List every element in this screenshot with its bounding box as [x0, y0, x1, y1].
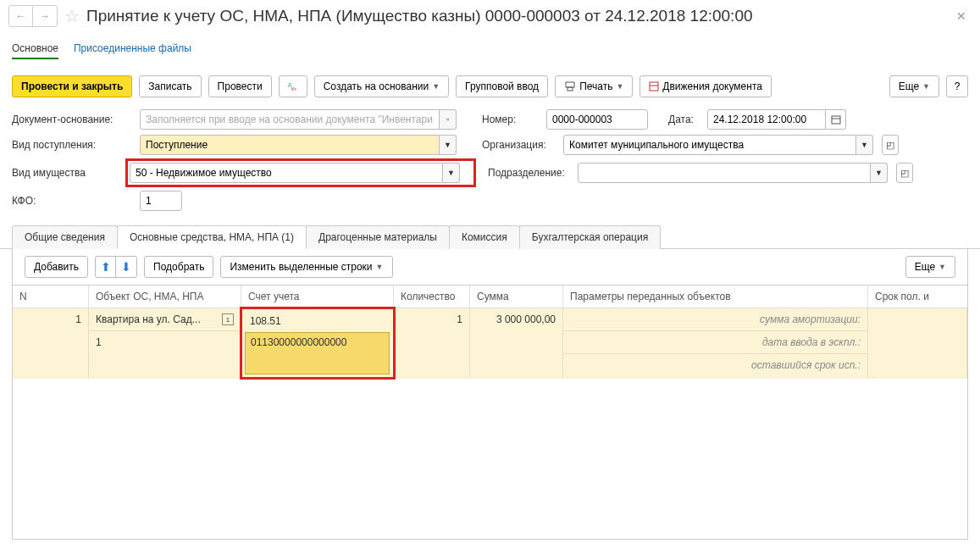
cell-params[interactable]: сумма амортизации: дата ввода в эскпл.: …	[563, 308, 868, 378]
doc-basis-label: Документ-основание:	[12, 114, 135, 125]
print-button[interactable]: Печать▼	[555, 75, 633, 97]
tab-precious[interactable]: Драгоценные материалы	[306, 225, 450, 249]
col-header-params[interactable]: Параметры переданных объектов	[563, 286, 868, 308]
svg-rect-3	[568, 87, 573, 91]
cell-term[interactable]	[868, 308, 967, 378]
move-up-button[interactable]: ⬆	[96, 257, 116, 277]
nav-tab-main[interactable]: Основное	[12, 39, 58, 59]
org-input[interactable]	[563, 135, 856, 155]
col-header-qty[interactable]: Количество	[394, 286, 470, 308]
move-down-button[interactable]: ⬇	[116, 257, 136, 277]
help-button[interactable]: ?	[946, 75, 968, 97]
division-open-button[interactable]: ◰	[896, 163, 913, 183]
tab-accounting[interactable]: Бухгалтерская операция	[519, 225, 661, 249]
cell-acct[interactable]: 108.51	[245, 312, 390, 330]
org-label: Организация:	[482, 139, 558, 151]
receipt-type-dropdown-button[interactable]: ▼	[440, 135, 457, 155]
assets-grid: N Объект ОС, НМА, НПА Счет учета Количес…	[12, 286, 968, 540]
cell-qty[interactable]: 1	[394, 308, 470, 378]
favorite-star-icon[interactable]: ☆	[64, 6, 80, 26]
movements-button[interactable]: Движения документа	[639, 75, 772, 97]
receipt-type-input[interactable]	[140, 135, 440, 155]
receipt-type-label: Вид поступления:	[12, 139, 135, 151]
pick-button[interactable]: Подобрать	[144, 256, 213, 278]
close-icon[interactable]: ✕	[951, 9, 972, 23]
table-row[interactable]: 1 Квартира на ул. Сад... 1 1 108.51 0113…	[13, 308, 967, 379]
cell-obj[interactable]: Квартира на ул. Сад... 1 1	[89, 308, 241, 378]
svg-rect-2	[566, 82, 574, 87]
doc-basis-select-button[interactable]: ▫	[440, 109, 457, 130]
nav-history[interactable]: ← →	[8, 5, 58, 27]
kfo-input[interactable]	[140, 191, 182, 211]
group-input-button[interactable]: Групповой ввод	[456, 75, 548, 97]
number-input[interactable]	[546, 109, 648, 130]
svg-text:Кт: Кт	[291, 86, 296, 91]
tab-commission[interactable]: Комиссия	[449, 225, 520, 249]
date-label: Дата:	[668, 114, 702, 125]
property-type-input[interactable]	[130, 163, 443, 183]
nav-forward-button[interactable]: →	[33, 6, 57, 26]
nav-back-button[interactable]: ←	[9, 6, 33, 26]
date-input[interactable]	[707, 109, 826, 130]
post-button[interactable]: Провести	[208, 75, 272, 97]
cell-sum[interactable]: 3 000 000,00	[470, 308, 563, 378]
doc-basis-input[interactable]	[140, 109, 440, 130]
col-header-acct[interactable]: Счет учета	[241, 286, 394, 308]
col-header-n[interactable]: N	[13, 286, 89, 308]
org-dropdown-button[interactable]: ▼	[856, 135, 873, 155]
param-amortization: сумма амортизации:	[563, 308, 867, 331]
org-open-button[interactable]: ◰	[882, 135, 899, 155]
svg-rect-4	[650, 82, 658, 91]
calendar-button[interactable]	[826, 109, 846, 130]
col-header-term[interactable]: Срок пол. и	[868, 286, 967, 308]
more-button[interactable]: Еще▼	[889, 75, 939, 97]
tab-general[interactable]: Общие сведения	[12, 225, 118, 249]
page-title: Принятие к учету ОС, НМА, НПА (Имущество…	[86, 7, 944, 25]
svg-rect-6	[832, 116, 840, 124]
kfo-label: КФО:	[12, 195, 135, 207]
number-label: Номер:	[482, 114, 541, 125]
dk-button[interactable]: ДКт	[279, 75, 307, 97]
division-label: Подразделение:	[488, 167, 573, 179]
cell-acct-highlight: 108.51 01130000000000000	[241, 308, 394, 378]
col-header-obj[interactable]: Объект ОС, НМА, НПА	[89, 286, 241, 308]
param-commission-date: дата ввода в эскпл.:	[563, 331, 867, 354]
nav-tab-attached[interactable]: Присоединенные файлы	[74, 39, 191, 59]
change-rows-button[interactable]: Изменить выделенные строки▼	[220, 256, 392, 278]
cell-n[interactable]: 1	[13, 308, 89, 378]
property-type-dropdown-button[interactable]: ▼	[443, 163, 460, 183]
submit-button[interactable]: Провести и закрыть	[12, 75, 132, 97]
col-header-sum[interactable]: Сумма	[470, 286, 563, 308]
cell-acct2[interactable]: 01130000000000000	[245, 332, 390, 374]
sub-more-button[interactable]: Еще▼	[905, 256, 955, 278]
property-type-highlight: ▼	[127, 160, 474, 186]
property-type-label: Вид имущества	[12, 167, 122, 179]
add-row-button[interactable]: Добавить	[25, 256, 88, 278]
division-input[interactable]	[578, 163, 871, 183]
create-from-button[interactable]: Создать на основании▼	[314, 75, 449, 97]
object-card-icon[interactable]: 1	[222, 313, 234, 325]
tab-fixed-assets[interactable]: Основные средства, НМА, НПА (1)	[117, 225, 307, 249]
param-remaining-term: оставшийся срок исп.:	[563, 354, 867, 376]
save-button[interactable]: Записать	[139, 75, 201, 97]
division-dropdown-button[interactable]: ▼	[871, 163, 888, 183]
